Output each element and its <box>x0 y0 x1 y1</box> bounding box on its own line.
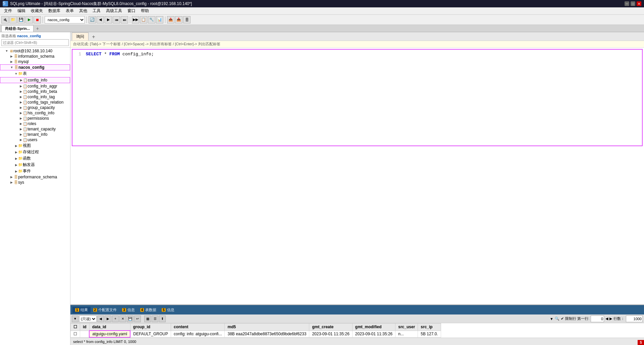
run-button[interactable]: ▶ <box>25 16 33 23</box>
menu-favorites[interactable]: 收藏夹 <box>28 7 46 14</box>
results-save-button[interactable]: 💾 <box>127 315 133 322</box>
results-prev-button[interactable]: ◀ <box>97 315 104 322</box>
result-tab-0[interactable]: 1 结果 <box>72 307 91 313</box>
first-row-input[interactable] <box>591 315 604 322</box>
next-button[interactable]: ▶ <box>105 16 112 23</box>
results-mode-selector[interactable]: (只读) <box>79 315 97 322</box>
add-query-tab-button[interactable]: + <box>90 33 97 41</box>
menu-other[interactable]: 其他 <box>76 7 90 14</box>
minimize-button[interactable]: ─ <box>625 1 629 6</box>
header-md5[interactable]: md5 <box>225 324 309 331</box>
result-tab-2[interactable]: 3 信息 <box>119 307 138 313</box>
row-checkbox[interactable]: ☐ <box>71 331 80 337</box>
open-button[interactable]: 📁 <box>9 16 17 23</box>
cell-gmt_modified[interactable]: 2023-09-01 11:35:26 <box>352 331 395 337</box>
cell-src_ip[interactable]: 5B 127.0. <box>418 331 441 337</box>
tree-db-information_schema[interactable]: ▶ 🗄 information_schema <box>0 54 70 59</box>
results-discard-button[interactable]: ↩ <box>134 315 141 322</box>
cell-id[interactable] <box>80 331 90 337</box>
tree-db-performance_schema[interactable]: ▶ 🗄 performance_schema <box>0 174 70 180</box>
first-button[interactable]: ⏮ <box>113 16 120 23</box>
tree-table-config_info_beta[interactable]: ▶ 📋 config_info_beta <box>0 89 70 94</box>
results-delete-row-button[interactable]: ✕ <box>119 315 126 322</box>
sql-editor[interactable]: 1 SELECT * FROM config_info; <box>72 49 643 146</box>
tree-table-his_config_info[interactable]: ▶ 📋 his_config_info <box>0 110 70 116</box>
filter-input[interactable] <box>1 39 69 46</box>
menu-edit[interactable]: 编辑 <box>15 7 28 14</box>
tree-db-sys[interactable]: ▶ 🗄 sys <box>0 180 70 185</box>
cell-gmt_create[interactable]: 2023-09-01 11:35:26 <box>309 331 352 337</box>
menu-tools[interactable]: 工具 <box>90 7 103 14</box>
tree-table-permissions[interactable]: ▶ 📋 permissions <box>0 116 70 121</box>
new-connection-button[interactable]: 🔌 <box>1 16 9 23</box>
tree-folder-functions[interactable]: ▶ 📁 函数 <box>0 155 70 162</box>
last-button[interactable]: ⏭ <box>121 16 128 23</box>
header-gmt_create[interactable]: gmt_create <box>309 324 352 331</box>
header-group_id[interactable]: group_id <box>130 324 171 331</box>
tree-table-group_capacity[interactable]: ▶ 📋 group_capacity <box>0 105 70 110</box>
results-grid-view-button[interactable]: ▦ <box>144 315 151 322</box>
tree-table-users[interactable]: ▶ 📋 users <box>0 137 70 142</box>
cell-md5[interactable]: 38B eaa2047a8dbe8873e650d9bde6bf6233 <box>225 331 309 337</box>
results-menu-button[interactable]: ▼ <box>72 315 78 322</box>
cell-content[interactable]: config: info: atguigu-confi... <box>171 331 225 337</box>
import-button[interactable]: 📥 <box>175 16 182 23</box>
results-export-button[interactable]: ⬆ <box>159 315 166 322</box>
header-content[interactable]: content <box>171 324 225 331</box>
tree-db-nacos_config[interactable]: ▼ 🗄 nacos_config <box>0 64 70 70</box>
query-tab-0[interactable]: 询问 <box>72 33 89 41</box>
prev-page-button[interactable]: ◀ <box>605 317 608 321</box>
tree-table-config_info_aggr[interactable]: ▶ 📋 config_info_aggr <box>0 83 70 89</box>
result-tab-4[interactable]: 5 信息 <box>159 307 177 313</box>
tree-table-config_tags_relation[interactable]: ▶ 📋 config_tags_relation <box>0 100 70 105</box>
header-data_id[interactable]: data_id <box>89 324 130 331</box>
header-gmt_modified[interactable]: gmt_modified <box>352 324 395 331</box>
query-builder-button[interactable]: 🔧 <box>148 16 155 23</box>
explain-button[interactable]: 📋 <box>140 16 147 23</box>
backup-button[interactable]: 🗄 <box>183 16 191 23</box>
menu-database[interactable]: 数据库 <box>46 7 63 14</box>
menu-file[interactable]: 文件 <box>1 7 15 14</box>
header-id[interactable]: id <box>80 324 90 331</box>
tree-db-mysql[interactable]: ▶ 🗄 mysql <box>0 59 70 64</box>
schema-button[interactable]: 📊 <box>156 16 163 23</box>
results-add-row-button[interactable]: + <box>112 315 119 322</box>
result-tab-3[interactable]: 4 表数据 <box>138 307 159 313</box>
tree-table-tenant_info[interactable]: ▶ 📋 tenant_info <box>0 132 70 137</box>
maximize-button[interactable]: □ <box>631 1 635 6</box>
database-selector[interactable]: nacos_config <box>45 16 85 23</box>
tree-root[interactable]: ▼ 🖥 root@192.168.10.140 <box>0 48 70 54</box>
tree-folder-tables[interactable]: ▼ 📁 表 <box>0 70 70 77</box>
row-count-input[interactable] <box>626 315 643 322</box>
tree-table-tenant_capacity[interactable]: ▶ 📋 tenant_capacity <box>0 126 70 132</box>
next-page-button[interactable]: ▶ <box>609 317 612 321</box>
menu-table[interactable]: 表单 <box>63 7 76 14</box>
header-src_user[interactable]: src_user <box>395 324 418 331</box>
cell-group_id[interactable]: DEFAULT_GROUP <box>130 331 171 337</box>
header-src_ip[interactable]: src_ip <box>418 324 441 331</box>
results-next-button[interactable]: ▶ <box>105 315 111 322</box>
refresh-button[interactable]: 🔄 <box>89 16 96 23</box>
results-form-view-button[interactable]: ☰ <box>152 315 158 322</box>
tree-folder-events[interactable]: ▶ 📁 事件 <box>0 168 70 174</box>
tree-folder-triggers[interactable]: ▶ 📁 触发器 <box>0 162 70 168</box>
menu-advanced[interactable]: 高级工具 <box>103 7 125 14</box>
main-tab-0[interactable]: 尚硅谷-Sprin... <box>1 25 34 32</box>
cell-src_user[interactable]: n... <box>395 331 418 337</box>
close-button[interactable]: ✕ <box>637 1 641 6</box>
prev-button[interactable]: ◀ <box>97 16 104 23</box>
tree-folder-procedures[interactable]: ▶ 📁 存储过程 <box>0 149 70 155</box>
export-button[interactable]: 📤 <box>167 16 174 23</box>
stop-button[interactable]: ⏹ <box>34 16 41 23</box>
tree-table-config_info_tag[interactable]: ▶ 📋 config_info_tag <box>0 94 70 100</box>
menu-help[interactable]: 帮助 <box>138 7 152 14</box>
tree-folder-views[interactable]: ▶ 📁 视图 <box>0 142 70 149</box>
result-tab-1[interactable]: 2 个配置文件 <box>91 307 120 313</box>
cell-data_id[interactable]: atguigu-config.yaml <box>89 331 130 337</box>
menu-window[interactable]: 窗口 <box>125 7 138 14</box>
save-button[interactable]: 💾 <box>17 16 25 23</box>
execute-all-button[interactable]: ▶▶ <box>132 16 139 23</box>
tree-table-config_info[interactable]: ▶ 📋 config_info <box>0 77 70 83</box>
add-tab-button[interactable]: + <box>34 25 41 32</box>
tree-table-roles[interactable]: ▶ 📋 roles <box>0 121 70 126</box>
